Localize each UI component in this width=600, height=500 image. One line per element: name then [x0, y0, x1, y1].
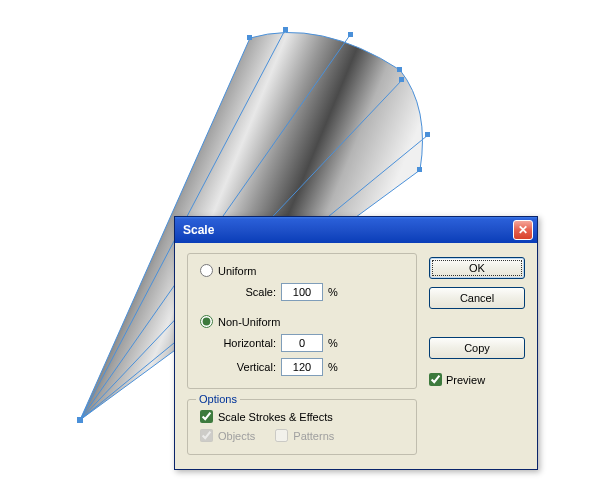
patterns-checkbox [275, 429, 288, 442]
scale-unit: % [328, 286, 338, 298]
titlebar[interactable]: Scale ✕ [175, 217, 537, 243]
svg-rect-5 [425, 132, 430, 137]
vertical-unit: % [328, 361, 338, 373]
nonuniform-radio[interactable] [200, 315, 213, 328]
horizontal-label: Horizontal: [218, 337, 276, 349]
scale-label: Scale: [218, 286, 276, 298]
preview-checkbox[interactable] [429, 373, 442, 386]
objects-checkbox [200, 429, 213, 442]
svg-rect-4 [399, 77, 404, 82]
uniform-radio[interactable] [200, 264, 213, 277]
close-button[interactable]: ✕ [513, 220, 533, 240]
patterns-label: Patterns [293, 430, 334, 442]
scale-strokes-label: Scale Strokes & Effects [218, 411, 333, 423]
nonuniform-label: Non-Uniform [218, 316, 280, 328]
options-group-label: Options [196, 393, 240, 405]
vertical-input[interactable] [281, 358, 323, 376]
vertical-label: Vertical: [218, 361, 276, 373]
svg-rect-0 [77, 417, 83, 423]
dialog-title: Scale [183, 223, 513, 237]
scale-group: Uniform Scale: % Non-Uniform Horizontal:… [187, 253, 417, 389]
copy-button[interactable]: Copy [429, 337, 525, 359]
scale-dialog: Scale ✕ Uniform Scale: % Non-Uniform [174, 216, 538, 470]
svg-rect-6 [417, 167, 422, 172]
preview-label: Preview [446, 374, 485, 386]
svg-rect-2 [283, 27, 288, 32]
horizontal-input[interactable] [281, 334, 323, 352]
svg-rect-1 [247, 35, 252, 40]
cancel-button[interactable]: Cancel [429, 287, 525, 309]
scale-input[interactable] [281, 283, 323, 301]
scale-strokes-checkbox[interactable] [200, 410, 213, 423]
svg-rect-7 [397, 67, 402, 72]
close-icon: ✕ [518, 223, 528, 237]
options-group: Options Scale Strokes & Effects Objects … [187, 399, 417, 455]
horizontal-unit: % [328, 337, 338, 349]
uniform-label: Uniform [218, 265, 257, 277]
ok-button[interactable]: OK [429, 257, 525, 279]
svg-rect-3 [348, 32, 353, 37]
objects-label: Objects [218, 430, 255, 442]
